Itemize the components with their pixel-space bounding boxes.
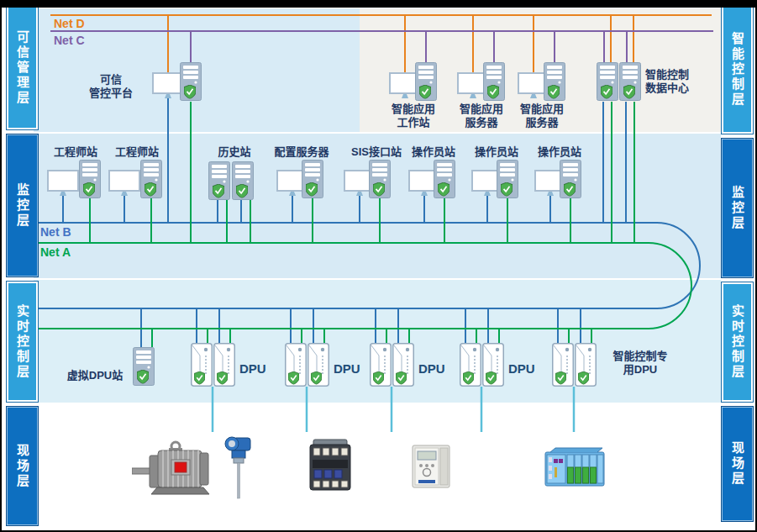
dpu-module-icon (370, 343, 392, 387)
monitor-icon (108, 170, 140, 197)
contactor-icon (308, 439, 352, 492)
virtual-dpu-label: 虚拟DPU站 (57, 369, 133, 382)
motor-icon (132, 439, 220, 496)
dcs-architecture-diagram: Net D Net C Net B Net A 可信 管控平台 智能应用 工作站… (0, 0, 757, 532)
server-icon (208, 161, 230, 200)
server-icon (369, 160, 391, 198)
dpu-module-icon (575, 343, 597, 387)
special-dpu-label: 智能控制专 用DPU (600, 350, 681, 377)
right-bar-field: 现场层 (721, 406, 754, 522)
station-engineer-2-label: 工程师站 (107, 145, 167, 159)
protection-relay-icon (412, 445, 450, 488)
station-config-server-label: 配置服务器 (269, 145, 334, 159)
smart-workstation-label: 智能应用 工作站 (380, 103, 447, 130)
right-bar-realtime: 实时控制层 (721, 282, 754, 403)
net-c-label: Net C (54, 34, 85, 47)
plc-io-rack-icon (544, 447, 607, 489)
server-icon (140, 160, 162, 198)
dpu-3-label: DPU (418, 361, 445, 376)
right-bar-supervision: 监控层 (721, 138, 754, 278)
dpu-module-icon (482, 343, 504, 387)
net-a-label: Net A (40, 245, 71, 259)
server-icon (133, 347, 155, 386)
dpu-1-label: DPU (239, 361, 266, 376)
left-bar-realtime: 实时控制层 (6, 281, 39, 403)
server-icon (232, 161, 254, 200)
smart-server-1-label: 智能应用 服务器 (448, 103, 515, 130)
server-icon (434, 160, 455, 198)
right-bar-intelligent-control: 智能控制层 (721, 5, 754, 134)
dpu-module-icon (460, 343, 481, 387)
dpu-2-label: DPU (334, 361, 360, 376)
bottom-border-bar (2, 2, 757, 8)
smart-server-2-label: 智能应用 服务器 (508, 103, 576, 130)
left-bar-trusted-management: 可信管理层 (6, 5, 39, 130)
server-icon (483, 62, 505, 101)
server-icon (180, 62, 202, 101)
dpu-module-icon (285, 343, 307, 387)
left-bar-field: 现场层 (6, 406, 39, 526)
server-icon (544, 62, 565, 101)
station-operator-3-label: 操作员站 (532, 145, 587, 159)
net-b-label: Net B (40, 225, 71, 239)
station-history-label: 历史站 (209, 145, 260, 159)
left-bar-supervision: 监控层 (6, 134, 39, 277)
dpu-4-label: DPU (508, 361, 535, 376)
server-icon (79, 160, 101, 198)
server-icon (619, 62, 641, 101)
transmitter-icon (222, 436, 255, 499)
dpu-module-icon (392, 343, 414, 387)
station-operator-2-label: 操作员站 (469, 145, 524, 159)
trusted-platform-label: 可信 管控平台 (79, 73, 143, 101)
monitor-icon (47, 170, 79, 197)
server-icon (497, 160, 518, 198)
dpu-module-icon (552, 343, 574, 387)
dpu-module-icon (213, 343, 235, 387)
server-icon (597, 62, 618, 101)
station-operator-1-label: 操作员站 (406, 145, 461, 159)
dpu-module-icon (308, 343, 329, 387)
station-sis-interface-label: SIS接口站 (344, 145, 408, 159)
dpu-module-icon (191, 343, 213, 387)
data-center-label: 智能控制 数据中心 (645, 68, 721, 96)
station-engineer-1-label: 工程师站 (45, 145, 106, 159)
server-icon (560, 160, 581, 198)
server-icon (415, 62, 437, 101)
net-d-label: Net D (54, 17, 85, 30)
server-icon (302, 160, 323, 198)
